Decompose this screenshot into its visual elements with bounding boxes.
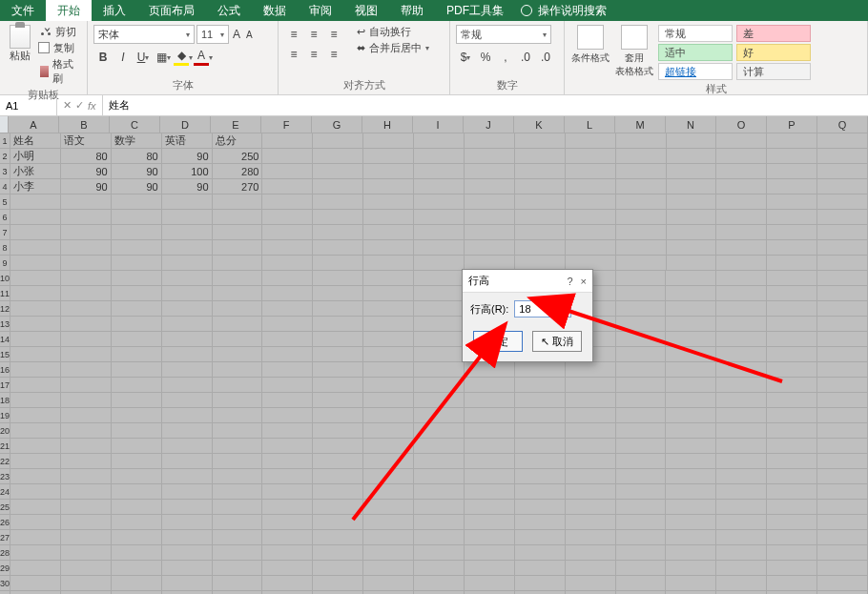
col-header-F[interactable]: F [261,116,312,133]
cell[interactable] [61,545,112,561]
cell[interactable] [213,362,263,378]
cell[interactable] [61,515,112,530]
cell[interactable] [767,439,817,454]
cell[interactable] [414,423,465,439]
cell[interactable]: 80 [112,149,162,164]
cell[interactable] [716,149,767,164]
row-header[interactable]: 27 [0,530,10,545]
cell[interactable] [162,378,213,393]
cell[interactable] [313,332,363,347]
cell[interactable] [666,332,716,347]
cell[interactable] [566,225,616,240]
cell[interactable] [666,423,716,439]
cell[interactable] [313,530,363,545]
cell[interactable] [616,515,667,530]
cell[interactable] [61,484,112,500]
cell[interactable] [414,561,465,576]
cell[interactable] [363,179,414,195]
cell[interactable] [716,469,767,484]
cell[interactable] [566,179,616,195]
cell[interactable] [515,240,566,256]
cell[interactable] [213,256,263,271]
cell[interactable] [363,378,414,393]
cell[interactable] [667,195,717,210]
cell[interactable] [716,576,767,591]
cell[interactable] [465,500,515,515]
cell[interactable] [213,423,263,439]
cell[interactable] [262,393,313,408]
cell[interactable] [716,347,767,362]
cell[interactable] [313,545,363,561]
cell[interactable] [414,332,465,347]
cell[interactable] [363,469,414,484]
cell[interactable] [515,225,566,240]
cell[interactable] [716,271,767,286]
row-header[interactable]: 12 [0,301,10,317]
cell[interactable] [162,545,213,561]
cell[interactable] [566,500,616,515]
cell[interactable] [10,286,61,301]
cell[interactable] [414,530,465,545]
bold-button[interactable]: B [93,48,113,67]
cell[interactable] [667,164,717,179]
cell[interactable] [363,286,414,301]
cell[interactable] [10,378,61,393]
cell[interactable] [313,515,363,530]
cell[interactable]: 250 [213,149,263,164]
cell[interactable] [112,408,162,423]
row-header[interactable]: 9 [0,256,10,271]
cell[interactable] [112,301,162,317]
cell[interactable] [61,454,112,469]
cell[interactable] [363,439,414,454]
cell[interactable] [616,301,667,317]
cell[interactable] [10,500,61,515]
style-good[interactable]: 好 [736,44,811,61]
col-header-M[interactable]: M [615,116,666,133]
cell[interactable] [767,210,817,225]
cell[interactable] [616,179,667,195]
cell[interactable] [667,225,717,240]
cell[interactable] [616,149,667,164]
cell[interactable] [10,256,61,271]
cell[interactable]: 姓名 [10,133,61,149]
cell[interactable] [616,347,667,362]
cell[interactable] [162,195,213,210]
cell[interactable] [817,408,868,423]
cell[interactable] [213,500,263,515]
cell[interactable] [112,515,162,530]
cell[interactable] [465,454,515,469]
row-header[interactable]: 24 [0,484,10,500]
cell[interactable] [616,271,667,286]
cell[interactable] [817,286,868,301]
cell[interactable] [213,225,263,240]
cell[interactable] [363,515,414,530]
cell[interactable] [10,347,61,362]
cell[interactable] [213,317,263,332]
cell[interactable] [61,469,112,484]
cell[interactable] [414,271,465,286]
cell[interactable] [566,164,616,179]
style-bad[interactable]: 差 [736,25,811,42]
cell[interactable] [515,164,566,179]
cell[interactable] [262,347,313,362]
cell[interactable] [61,347,112,362]
cell[interactable] [465,439,515,454]
cell[interactable] [566,576,616,591]
cell[interactable] [112,454,162,469]
cell[interactable] [262,195,313,210]
cell[interactable] [61,500,112,515]
cell[interactable] [363,561,414,576]
cell[interactable] [112,530,162,545]
cell[interactable] [767,271,817,286]
cell[interactable] [767,408,817,423]
cell[interactable] [616,195,667,210]
cell[interactable] [465,423,515,439]
cell[interactable]: 数学 [112,133,162,149]
cell[interactable] [515,515,566,530]
col-header-C[interactable]: C [110,116,160,133]
cell[interactable] [313,500,363,515]
cell[interactable] [414,576,465,591]
cell[interactable] [716,454,767,469]
cell[interactable] [313,408,363,423]
cell[interactable] [465,179,515,195]
